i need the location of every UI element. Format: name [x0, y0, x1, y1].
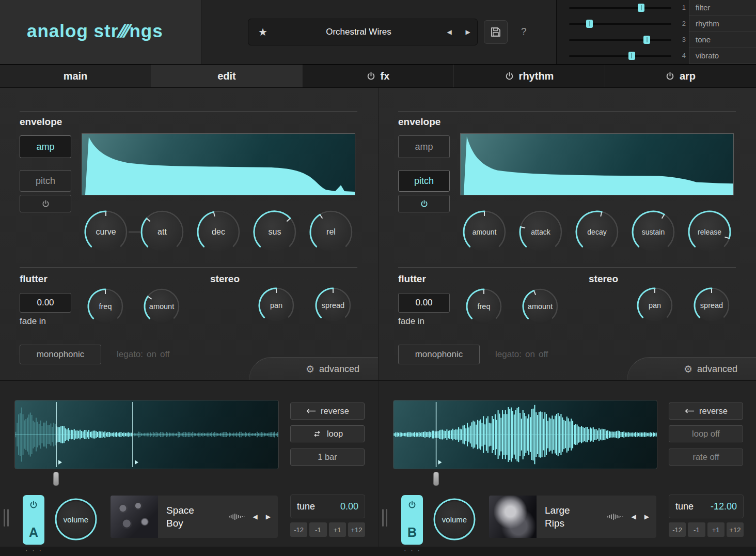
amp-envelope-button[interactable]: amp [398, 135, 450, 158]
power-icon[interactable] [367, 72, 375, 81]
flutter-fade-value[interactable]: 0.00 [398, 293, 450, 313]
loop-length-button[interactable]: 1 bar [290, 449, 365, 466]
spread-knob[interactable]: spread [692, 286, 731, 325]
legato-label: legato: [495, 349, 522, 360]
tune-plus-1-button[interactable]: +1 [707, 522, 724, 537]
tune-minus-1-button[interactable]: -1 [688, 522, 705, 537]
legato-off-option[interactable]: off [539, 349, 548, 360]
favorite-star-icon[interactable]: ★ [248, 26, 277, 38]
divider [20, 111, 357, 112]
envelope-display[interactable] [82, 133, 355, 195]
legato-on-option[interactable]: on [147, 349, 156, 360]
pan-knob[interactable]: pan [257, 286, 295, 325]
legato-off-option[interactable]: off [160, 349, 170, 360]
amp-envelope-button[interactable]: amp [20, 135, 71, 158]
monophonic-button[interactable]: monophonic [20, 345, 101, 364]
analog-strings-plugin-window: analog str///ngs ★ Orchestral Wires ◀ ▶ … [0, 0, 756, 556]
macro-row: 3 tone [557, 32, 756, 48]
slider-handle[interactable] [628, 52, 635, 60]
advanced-button[interactable]: ⚙advanced [684, 363, 737, 375]
curve-knob[interactable]: curve [83, 209, 129, 255]
volume-knob[interactable]: volume [432, 497, 477, 542]
help-button[interactable]: ? [521, 26, 527, 37]
loop-button[interactable]: loop off [669, 425, 743, 442]
loop-button[interactable]: loop [290, 425, 365, 442]
pitch-envelope-power-button[interactable] [20, 195, 71, 212]
tune-display[interactable]: tune -12.00 [669, 495, 744, 518]
tune-plus-12-button[interactable]: +12 [727, 522, 744, 537]
tune-plus-1-button[interactable]: +1 [329, 522, 346, 537]
tab-arp[interactable]: arp [605, 65, 756, 87]
pitch-amount-knob[interactable]: amount [462, 209, 507, 255]
sample-next-icon[interactable]: ▶ [266, 513, 271, 520]
tab-fx[interactable]: fx [303, 65, 454, 87]
slider-handle[interactable] [586, 20, 593, 28]
sample-next-icon[interactable]: ▶ [644, 513, 649, 520]
legato-on-option[interactable]: on [525, 349, 535, 360]
pitch-envelope-button[interactable]: pitch [20, 170, 71, 192]
tab-rhythm[interactable]: rhythm [454, 65, 605, 87]
power-icon[interactable] [666, 72, 674, 81]
tab-label: rhythm [519, 70, 554, 82]
tune-display[interactable]: tune 0.00 [290, 495, 365, 518]
slider-handle[interactable] [638, 4, 644, 12]
decay-knob[interactable]: decay [574, 209, 620, 255]
tune-minus-1-button[interactable]: -1 [309, 522, 326, 537]
attack-knob[interactable]: attack [518, 209, 563, 255]
tune-minus-12-button[interactable]: -12 [290, 522, 307, 537]
macro-slider-filter[interactable] [569, 7, 671, 9]
sample-prev-icon[interactable]: ◀ [253, 513, 258, 520]
tab-edit[interactable]: edit [151, 65, 303, 87]
panel-grip-icon [382, 509, 387, 527]
macro-slider-vibrato[interactable] [569, 55, 671, 57]
preset-prev-icon[interactable]: ◀ [440, 28, 459, 36]
tune-minus-12-button[interactable]: -12 [669, 522, 686, 537]
sample-browse-arrows: ◀▶ [632, 513, 649, 520]
reverse-button[interactable]: reverse [290, 403, 365, 420]
volume-knob[interactable]: volume [54, 497, 98, 542]
sustain-knob[interactable]: sus [252, 209, 297, 255]
monophonic-button[interactable]: monophonic [398, 345, 480, 364]
flutter-freq-knob[interactable]: freq [86, 287, 124, 326]
flutter-amount-knob[interactable]: amount [143, 287, 181, 326]
waveform-display[interactable] [393, 400, 657, 469]
flutter-freq-knob[interactable]: freq [465, 287, 503, 326]
spread-knob[interactable]: spread [314, 286, 352, 325]
sample-b-power-toggle[interactable]: B [401, 495, 423, 545]
mini-waveform-icon [607, 513, 625, 520]
preset-section: ★ Orchestral Wires ◀ ▶ ? [202, 0, 556, 64]
preset-next-icon[interactable]: ▶ [459, 28, 477, 36]
logo-section: analog str///ngs [0, 0, 201, 64]
slider-handle[interactable] [643, 36, 650, 44]
attack-knob[interactable]: att [139, 209, 185, 255]
pitch-envelope-power-button[interactable] [398, 195, 450, 212]
preset-browser[interactable]: ★ Orchestral Wires ◀ ▶ [248, 19, 478, 45]
release-knob[interactable]: release [687, 209, 732, 255]
envelope-section-label: envelope [398, 116, 440, 128]
rate-button[interactable]: rate off [669, 449, 743, 466]
flutter-fade-value[interactable]: 0.00 [20, 293, 71, 313]
waveform-display[interactable] [14, 400, 279, 469]
sample-a-power-toggle[interactable]: A [23, 495, 44, 545]
flutter-amount-knob[interactable]: amount [521, 287, 559, 326]
pitch-envelope-button[interactable]: pitch [398, 170, 450, 192]
release-knob[interactable]: rel [308, 209, 354, 255]
pan-knob[interactable]: pan [636, 286, 674, 325]
sample-start-handle[interactable] [433, 472, 439, 486]
tune-plus-12-button[interactable]: +12 [348, 522, 365, 537]
preset-name[interactable]: Orchestral Wires [277, 27, 440, 37]
sample-prev-icon[interactable]: ◀ [632, 513, 636, 520]
sample-tile[interactable]: LargeRips ◀▶ [489, 496, 656, 538]
power-icon[interactable] [505, 72, 514, 81]
tab-main[interactable]: main [0, 65, 151, 87]
macro-slider-tone[interactable] [569, 39, 671, 41]
envelope-display[interactable] [460, 133, 734, 195]
sample-tile[interactable]: SpaceBoy ◀▶ [111, 496, 278, 538]
decay-knob[interactable]: dec [196, 209, 241, 255]
reverse-button[interactable]: reverse [669, 403, 743, 420]
advanced-button[interactable]: ⚙advanced [306, 363, 359, 375]
sustain-knob[interactable]: sustain [631, 209, 676, 255]
macro-slider-rhythm[interactable] [569, 23, 671, 25]
sample-start-handle[interactable] [53, 472, 59, 486]
save-preset-button[interactable] [484, 20, 508, 44]
